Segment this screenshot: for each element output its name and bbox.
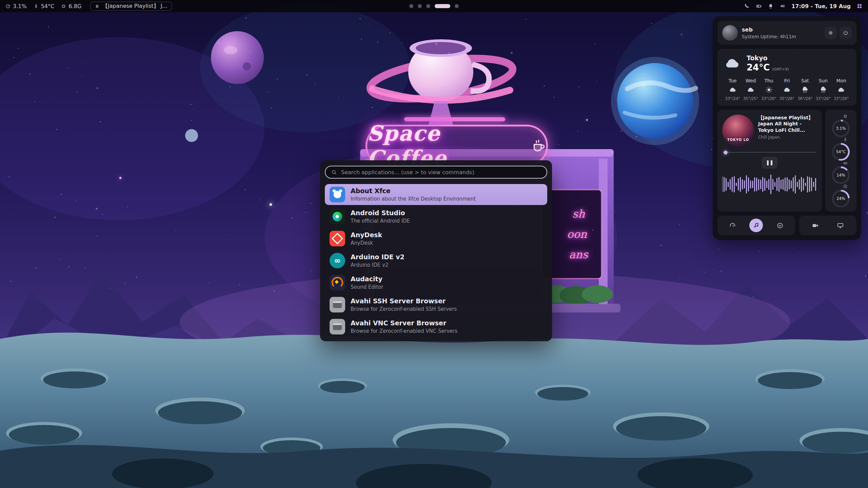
power-icon: [843, 30, 849, 36]
app-row-android-studio[interactable]: Android Studio The official Android IDE: [325, 206, 547, 227]
cloud-icon: [747, 86, 755, 94]
gauge-temperature: 54°C: [832, 137, 850, 161]
arduino-icon: ∞: [330, 253, 345, 268]
cpu-usage-indicator: 3.1%: [5, 3, 27, 9]
android-studio-icon: [330, 209, 345, 224]
app-row-anydesk[interactable]: AnyDesk AnyDesk: [325, 228, 547, 249]
anydesk-icon: [330, 231, 345, 246]
gauge-cpu: 3.1%: [832, 114, 850, 137]
user-name: seb: [742, 26, 821, 33]
cpu-gauge-icon: [5, 4, 11, 9]
topbar-now-playing[interactable]: 【Japanese Playlist】 J...: [90, 2, 172, 11]
avahi-icon: [330, 319, 345, 334]
cpu-temp-value: 54°C: [41, 3, 55, 9]
battery-icon[interactable]: [756, 3, 762, 9]
phone-icon[interactable]: [744, 3, 750, 9]
avatar: [722, 25, 738, 41]
disk-icon: [843, 184, 848, 189]
pause-button[interactable]: [762, 157, 777, 168]
monitor-icon: [837, 222, 844, 229]
temperature-icon: [843, 137, 848, 142]
memory-icon: [843, 161, 848, 165]
moon-surface: [0, 333, 868, 488]
track-title: 【Japanese Playlist】 Japan All Night - To…: [758, 115, 817, 133]
music-section: TOKYO LO 【Japanese Playlist】 Japan All N…: [717, 110, 856, 211]
app-launcher: About Xfce Information about the Xfce De…: [320, 160, 552, 341]
music-button[interactable]: [749, 219, 763, 232]
xfce-icon: [330, 187, 345, 202]
cloud-icon: [837, 86, 845, 94]
stats-button[interactable]: [726, 219, 739, 232]
forecast-day: Mon 33°/26°: [832, 78, 850, 101]
gear-icon: [828, 30, 834, 36]
display-button[interactable]: [834, 219, 847, 232]
workspace-dot-4-active[interactable]: [435, 4, 450, 8]
thermometer-icon: [34, 4, 39, 9]
compass-button[interactable]: [773, 219, 787, 232]
control-panel: seb System Uptime: 4h11m Tokyo 24°C (GMT…: [713, 16, 861, 240]
memory-value: 6.8G: [68, 3, 81, 9]
forecast-day: Thu 33°/26°: [760, 78, 778, 101]
notifications-bell-icon[interactable]: [768, 3, 774, 9]
forecast-day: Tue 33°/24°: [724, 78, 742, 101]
avahi-icon: [330, 297, 345, 312]
search-input[interactable]: [340, 169, 541, 176]
music-player-card: TOKYO LO 【Japanese Playlist】 Japan All N…: [717, 110, 822, 211]
now-playing-label: 【Japanese Playlist】 J...: [102, 3, 167, 10]
forecast-day: Sat 36°/26°: [796, 78, 814, 101]
top-bar: 3.1% 54°C 6.8G 【Japanese Playlist】 J... …: [0, 0, 868, 12]
gauge-memory: 14%: [832, 161, 850, 184]
album-art: TOKYO LO: [722, 115, 754, 146]
weather-card: Tokyo 24°C (GMT+9) Tue 33°/24° Wed 35°/2…: [717, 49, 856, 106]
system-uptime: System Uptime: 4h11m: [742, 34, 821, 39]
app-row-arduino[interactable]: ∞ Arduino IDE v2 Arduino IDE v2: [325, 250, 547, 271]
weather-city: Tokyo: [747, 54, 789, 62]
purple-planet: [211, 31, 264, 84]
video-camera-icon: [812, 222, 819, 229]
compass-icon: [776, 222, 784, 229]
rain-icon: [819, 86, 827, 94]
power-button[interactable]: [840, 27, 852, 39]
workspace-dot-3[interactable]: [426, 4, 430, 8]
rain-icon: [801, 86, 809, 94]
speedometer-icon: [729, 222, 736, 229]
music-note-icon: [753, 222, 760, 229]
launcher-search-box[interactable]: [325, 166, 547, 179]
progress-bar[interactable]: [723, 152, 816, 153]
app-row-avahi-ssh[interactable]: Avahi SSH Server Browser Browse for Zero…: [325, 294, 547, 315]
quick-actions-left: [717, 216, 795, 235]
album-art-label: TOKYO LO: [727, 138, 749, 142]
memory-chip-icon: [61, 4, 66, 9]
workspace-dot-1[interactable]: [409, 4, 413, 8]
waveform: [722, 172, 817, 197]
workspace-dot-2[interactable]: [418, 4, 422, 8]
app-row-audacity[interactable]: Audacity Sound Editor: [325, 272, 547, 293]
forecast-day: Wed 35°/25°: [742, 78, 760, 101]
forecast-day: Fri 35°/26°: [778, 78, 796, 101]
app-row-avahi-vnc[interactable]: Avahi VNC Server Browser Browse for Zero…: [325, 316, 547, 337]
weather-cloud-icon: [724, 55, 741, 72]
app-row-about-xfce[interactable]: About Xfce Information about the Xfce De…: [325, 184, 547, 205]
clock[interactable]: 17:09 - Tue, 19 Aug: [791, 3, 851, 9]
forecast-day: Sun 33°/26°: [814, 78, 832, 101]
cpu-icon: [843, 114, 848, 119]
quick-actions-right: [799, 216, 856, 235]
weather-timezone: (GMT+9): [772, 67, 789, 72]
gauge-disk: 24%: [832, 184, 850, 207]
screen-record-button[interactable]: [808, 219, 822, 232]
volume-icon[interactable]: [780, 3, 786, 9]
cpu-usage-value: 3.1%: [13, 3, 27, 9]
workspace-dot-5[interactable]: [455, 4, 459, 8]
settings-button[interactable]: [825, 27, 837, 39]
user-card: seb System Uptime: 4h11m: [717, 21, 856, 45]
sun-icon: [765, 86, 773, 94]
quick-actions: [717, 216, 856, 235]
app-grid-icon[interactable]: [856, 3, 863, 9]
audacity-icon: [330, 275, 345, 290]
topbar-tray: 17:09 - Tue, 19 Aug: [744, 3, 863, 9]
cloud-icon: [729, 86, 737, 94]
search-icon: [331, 169, 337, 175]
pause-icon: [95, 4, 100, 9]
progress-handle[interactable]: [724, 150, 728, 154]
earth-planet: [611, 57, 699, 145]
